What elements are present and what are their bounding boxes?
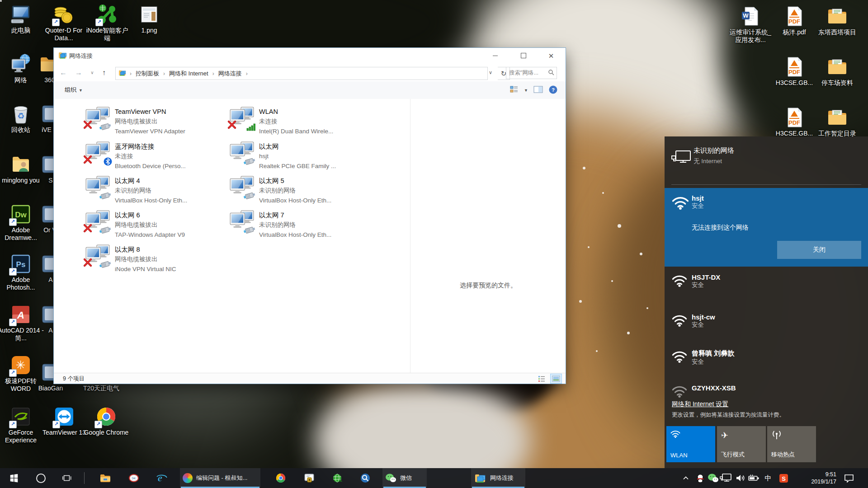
wifi-network-item[interactable]: HSJT-DX 安全	[665, 271, 868, 306]
view-options-chevron[interactable]: ▼	[524, 88, 528, 93]
desktop-icon[interactable]: ↗ TeamViewer 13	[41, 406, 88, 436]
search-box[interactable]	[506, 67, 557, 79]
wifi-bars-icon	[246, 123, 256, 133]
desktop-icon[interactable]: ↗ Google Chrome	[83, 406, 130, 436]
details-view-button[interactable]	[536, 374, 547, 384]
breadcrumb-control-panel[interactable]: 控制面板	[135, 69, 160, 78]
close-wifi-button[interactable]: 关闭	[777, 241, 861, 259]
tray-volume-icon[interactable]	[734, 468, 747, 488]
taskbar-app-label: 网络连接	[490, 474, 514, 482]
back-button[interactable]: ←	[57, 67, 69, 79]
network-adapter-item[interactable]: 以太网 7 未识别的网络 VirtualBox Host-Only Eth...	[229, 210, 369, 242]
desktop-icon[interactable]: PDF H3CSE.GB...	[771, 56, 818, 87]
search-input[interactable]	[506, 70, 548, 76]
wifi-network-item[interactable]: 曾释嗔 刘彝歆 安全	[665, 347, 868, 382]
taskbar-inode-globe-button[interactable]	[328, 468, 348, 488]
taskbar-file-explorer-button[interactable]	[95, 468, 115, 488]
taskbar-cortana-button[interactable]	[31, 468, 51, 488]
network-adapter-item[interactable]: 以太网 5 未识别的网络 VirtualBox Host-Only Eth...	[229, 176, 369, 207]
close-button[interactable]: ✕	[538, 48, 565, 63]
quick-tile-hotspot[interactable]: 移动热点	[767, 426, 816, 462]
teamviewer-icon: ↗	[53, 406, 75, 427]
desktop-icon[interactable]: 工作暂定目录	[814, 107, 861, 137]
desktop-icon-label: S	[48, 177, 52, 184]
large-icons-view-button[interactable]	[550, 374, 562, 384]
organize-menu[interactable]: 组织▼	[65, 86, 83, 94]
maximize-button[interactable]	[510, 48, 537, 63]
action-center-button[interactable]	[837, 468, 861, 488]
wifi-ssid: hsjt-cw	[692, 313, 715, 321]
network-adapter-item[interactable]: 以太网 6 网络电缆被拔出 TAP-Windows Adapter V9	[85, 210, 225, 242]
network-adapter-item[interactable]: TeamViewer VPN 网络电缆被拔出 TeamViewer VPN Ad…	[85, 107, 225, 138]
minimize-button[interactable]	[481, 48, 509, 63]
address-dropdown-chevron[interactable]: ∨	[489, 70, 492, 75]
taskbar-app-wechat[interactable]: 微信	[382, 468, 427, 488]
window-titlebar[interactable]: 网络连接 ✕	[54, 48, 566, 64]
network-adapter-item[interactable]: 以太网 hsjt Realtek PCIe GBE Family ...	[229, 141, 369, 173]
desktop-icon[interactable]: 此电脑	[0, 4, 44, 34]
desktop-icon[interactable]: 东塔西塔项目	[814, 5, 861, 36]
desktop-icon[interactable]: PDF 杨洋.pdf	[771, 5, 818, 36]
network-adapter-item[interactable]: WLAN 未连接 Intel(R) Dual Band Wirele...	[229, 107, 369, 138]
desktop-icon-label: 停车场资料	[821, 79, 853, 87]
up-button[interactable]: ↑	[98, 67, 110, 79]
adapter-name: WLAN	[259, 107, 333, 117]
network-adapter-item[interactable]: 以太网 4 未识别的网络 VirtualBox Host-Only Eth...	[85, 176, 225, 207]
preview-pane-divider[interactable]	[410, 99, 410, 375]
tile-label: 移动热点	[771, 450, 795, 459]
help-button[interactable]: ?	[549, 85, 557, 96]
quick-tile-airplane[interactable]: ✈ 飞行模式	[717, 426, 766, 462]
taskbar-app-label: 编辑问题 - 根叔知...	[196, 474, 247, 482]
shortcut-arrow-icon: ↗	[9, 319, 17, 326]
breadcrumb-network-connections[interactable]: 网络连接	[217, 69, 243, 78]
shortcut-arrow-icon: ↗	[9, 268, 17, 276]
error-x-icon	[83, 258, 92, 269]
tray-qq-icon[interactable]	[693, 468, 707, 488]
wifi-ssid: 曾释嗔 刘彝歆	[692, 349, 734, 358]
taskbar-snipping-button[interactable]: ✂	[124, 468, 144, 488]
network-adapter-item[interactable]: 以太网 8 网络电缆被拔出 iNode VPN Virtual NIC	[85, 244, 225, 276]
adapter-device: VirtualBox Host-Only Eth...	[259, 230, 331, 240]
taskbar-app-network-folder[interactable]: 网络连接	[471, 468, 525, 488]
network-adapter-item[interactable]: 蓝牙网络连接 未连接 Bluetooth Device (Perso...	[85, 141, 225, 173]
taskbar-app-pinwheel[interactable]: 编辑问题 - 根叔知...	[180, 468, 260, 488]
start-icon	[9, 473, 19, 483]
desktop-icon[interactable]: PDF H3CSE.GB...	[771, 107, 818, 137]
desktop-icon[interactable]: W 运维审计系统_应用发布...	[727, 5, 774, 44]
tray-battery-icon[interactable]	[747, 468, 760, 488]
desktop-icon[interactable]: 1.png	[126, 4, 173, 34]
preview-pane-button[interactable]	[533, 85, 543, 95]
tray-sogou-icon[interactable]: S	[777, 468, 790, 488]
adapter-status: 未连接	[115, 151, 186, 161]
recent-locations-chevron[interactable]: ∨	[86, 67, 98, 79]
divider	[671, 184, 861, 185]
adapter-device: VirtualBox Host-Only Eth...	[115, 196, 187, 206]
tray-ime-icon[interactable]: 中	[761, 468, 775, 488]
taskbar-search-blue-button[interactable]	[355, 468, 375, 488]
address-breadcrumb[interactable]: › 控制面板 › 网络和 Internet › 网络连接 ›	[115, 67, 488, 80]
file-list-area: TeamViewer VPN 网络电缆被拔出 TeamViewer VPN Ad…	[54, 99, 566, 375]
taskbar-securecrt-button[interactable]	[299, 468, 319, 488]
desktop-icon[interactable]: ↗ GeForce Experience	[0, 406, 44, 444]
quick-tile-wifi[interactable]: WLAN	[666, 426, 715, 462]
desktop-icon[interactable]: ↗ iNode智能客户端	[84, 4, 131, 42]
breadcrumb-network-internet[interactable]: 网络和 Internet	[168, 69, 209, 78]
selected-security: 安全	[692, 202, 704, 210]
breadcrumb-chevron: ›	[243, 70, 251, 77]
taskbar-start-button[interactable]	[4, 468, 24, 488]
tray-network-monitor-icon[interactable]	[719, 468, 732, 488]
forward-button[interactable]: →	[73, 67, 85, 79]
wifi-network-item[interactable]: hsjt-cw 安全	[665, 311, 868, 346]
current-connection-row[interactable]: 未识别的网络 无 Internet	[665, 136, 868, 188]
tray-chevron-up-icon[interactable]	[679, 468, 693, 488]
desktop-icon[interactable]: ↗ Quoter-D For Data...	[40, 4, 87, 42]
taskbar-clock[interactable]: 9:51 2019/1/17	[811, 468, 836, 488]
view-options-button[interactable]	[509, 85, 519, 96]
adapter-name: 以太网 7	[259, 210, 331, 220]
taskbar-internet-explorer-button[interactable]: e	[152, 468, 172, 488]
selected-wifi-network[interactable]: hsjt 安全 无法连接到这个网络 关闭	[665, 188, 868, 267]
desktop-icon[interactable]: 停车场资料	[814, 56, 861, 87]
taskbar-chrome-button[interactable]	[271, 468, 291, 488]
tray-wechat-icon[interactable]	[706, 468, 720, 488]
network-internet-settings-link[interactable]: 网络和 Internet 设置	[672, 400, 728, 408]
